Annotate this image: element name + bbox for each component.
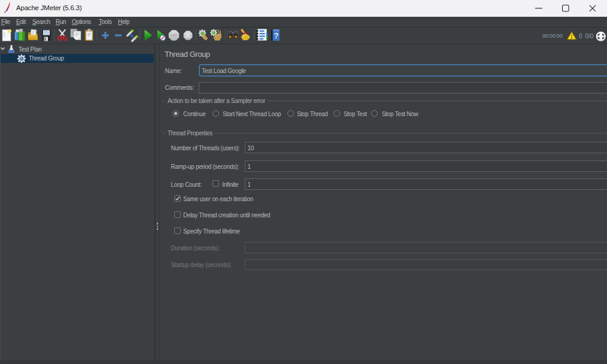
svg-text:STOP: STOP xyxy=(170,34,177,37)
svg-text:?: ? xyxy=(274,31,278,40)
